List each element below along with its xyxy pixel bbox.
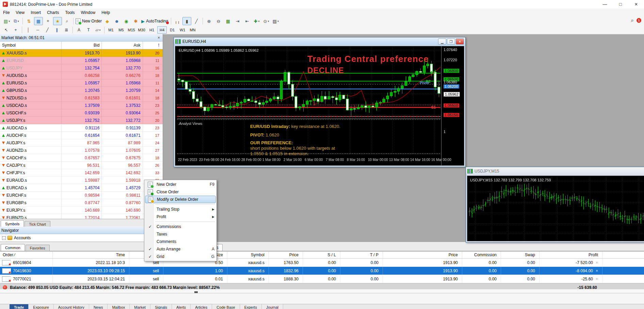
menu-help[interactable]: Help: [98, 9, 113, 16]
tab-favorites[interactable]: Favorites: [26, 245, 50, 251]
crosshair-tool[interactable]: +: [11, 26, 20, 34]
menu-item-commissions[interactable]: ✓Commissions: [144, 223, 216, 230]
column-header-ask[interactable]: Ask: [102, 42, 143, 49]
new-chart-button[interactable]: ▤▾: [2, 17, 11, 25]
market-watch-row[interactable]: USDJPY132.754132.77016: [0, 64, 163, 72]
candlestick-button[interactable]: ▮: [182, 17, 191, 25]
market-watch-toggle[interactable]: ⇅: [25, 17, 33, 25]
order-row[interactable]: 707700212023.03.15 12:04:21sell0.01xauus…: [0, 275, 644, 283]
timeframe-m30[interactable]: M30: [137, 26, 146, 34]
data-window-toggle[interactable]: ▦: [34, 17, 43, 25]
market-watch-row[interactable]: EURGBP.s0.877470.87760: [0, 199, 163, 207]
column-header-symbol[interactable]: Symbol: [0, 42, 62, 49]
market-watch-row[interactable]: XAUUSD.s1913.701913.9020: [0, 49, 163, 57]
market-watch-row[interactable]: EURUSD1.059571.0596811: [0, 57, 163, 64]
label-tool[interactable]: T: [84, 26, 93, 34]
terminal-tab-trade[interactable]: Trade: [10, 304, 29, 309]
chart-area-usdjpy[interactable]: USDJPY,M15 132.783 132.799 132.708 132.7…: [467, 176, 644, 241]
chart-shift-button[interactable]: ⇤: [243, 17, 252, 25]
timeframe-w1[interactable]: W1: [178, 26, 187, 34]
tab-tick-chart[interactable]: Tick Chart: [25, 221, 50, 227]
market-watch-row[interactable]: USDCAD.s1.375091.3753223: [0, 102, 163, 109]
notification-badge[interactable]: 1: [637, 18, 641, 23]
metaeditor-button[interactable]: ◆: [103, 17, 112, 25]
column-header-[interactable]: !: [143, 42, 163, 49]
market-watch-row[interactable]: EURCHF.s0.985940.98611: [0, 192, 163, 199]
orders-column-time[interactable]: Time: [53, 251, 129, 258]
menu-view[interactable]: View: [13, 9, 28, 16]
orders-column-commission[interactable]: Commission: [462, 251, 501, 258]
menu-charts[interactable]: Charts: [44, 9, 62, 16]
tree-expand-icon[interactable]: -: [2, 236, 6, 240]
signals-button[interactable]: ◉: [122, 17, 131, 25]
arrows-tool[interactable]: ▱▾: [94, 26, 102, 34]
close-panel-icon[interactable]: ×: [156, 35, 161, 40]
timeframe-m5[interactable]: M5: [116, 26, 126, 34]
terminal-toggle[interactable]: ★: [53, 17, 62, 25]
orders-column-sl[interactable]: S / L: [303, 251, 340, 258]
vertical-line-tool[interactable]: │: [24, 26, 33, 34]
maximize-window-button[interactable]: □: [613, 0, 628, 9]
timeframe-mn[interactable]: MN: [188, 26, 197, 34]
auto-scroll-button[interactable]: ⇥: [233, 17, 242, 25]
strategy-tester-toggle[interactable]: ⌕: [63, 17, 71, 25]
periods-button[interactable]: ⊙▾: [262, 17, 271, 25]
line-chart-button[interactable]: ╱: [192, 17, 201, 25]
navigator-toggle[interactable]: ⌖: [44, 17, 52, 25]
terminal-tab-code-base[interactable]: Code Base: [212, 304, 240, 309]
orders-column-tp[interactable]: T / P: [340, 251, 383, 258]
options-button[interactable]: ✱: [131, 17, 140, 25]
orders-column-symbol[interactable]: Symbol: [227, 251, 269, 258]
timeframe-m1[interactable]: M1: [106, 26, 116, 34]
timeframe-d1[interactable]: D1: [167, 26, 177, 34]
search-icon[interactable]: ⌕: [631, 17, 634, 23]
terminal-tab-exposure[interactable]: Exposure: [29, 304, 53, 309]
zoom-in-button[interactable]: ⊕: [205, 17, 213, 25]
menu-window[interactable]: Window: [78, 9, 99, 16]
menu-tools[interactable]: Tools: [62, 9, 78, 16]
terminal-tab-market[interactable]: Market: [130, 304, 150, 309]
splitter-handle[interactable]: [194, 291, 198, 293]
market-watch-row[interactable]: GBPUSD.s1.207451.2075914: [0, 87, 163, 94]
chart-restore-button[interactable]: ❐: [447, 38, 455, 45]
profiles-button[interactable]: ⧉▾: [12, 17, 21, 25]
market-watch-row[interactable]: NZDUSD.s0.615830.6160118: [0, 94, 163, 102]
menu-item-auto-arrange[interactable]: ✓Auto ArrangeA: [144, 245, 216, 253]
terminal-tab-articles[interactable]: Articles: [191, 304, 212, 309]
terminal-tab-news[interactable]: News: [89, 304, 108, 309]
market-watch-row[interactable]: EURAUD.s1.598871.5991831: [0, 177, 163, 184]
tab-symbols[interactable]: Symbols: [1, 220, 24, 227]
fibonacci-tool[interactable]: ≣: [62, 26, 71, 34]
zoom-out-button[interactable]: ⊖: [214, 17, 223, 25]
menu-item-close-order[interactable]: Close Order: [144, 188, 216, 196]
menu-item-modify-or-delete-order[interactable]: Modify or Delete Order: [145, 196, 216, 203]
order-row[interactable]: 650198042022.11.18 10:3sell0.50xauusd.s1…: [0, 259, 644, 267]
chart-title-bar[interactable]: USDJPY,M15: [466, 167, 644, 175]
timeframe-h4[interactable]: H4: [157, 26, 167, 34]
autotrading-button[interactable]: ▶AutoTrading: [141, 17, 169, 25]
splitter-line[interactable]: [0, 293, 644, 293]
market-watch-row[interactable]: AUDUSD.s0.662580.6627618: [0, 72, 163, 79]
chart-minimize-button[interactable]: ▁: [438, 38, 446, 45]
orders-column-profit[interactable]: Profit: [540, 251, 602, 258]
timeframe-m15[interactable]: M15: [127, 26, 136, 34]
indicators-button[interactable]: ✚▾: [252, 17, 261, 25]
new-order-button[interactable]: New Order: [75, 17, 102, 25]
market-watch-row[interactable]: AUDCHF.s0.616540.6167117: [0, 132, 163, 139]
cursor-tool[interactable]: ↖: [2, 26, 11, 34]
orders-column-price[interactable]: Price: [269, 251, 303, 258]
close-order-icon[interactable]: ×: [596, 269, 598, 273]
menu-file[interactable]: File: [0, 9, 13, 16]
market-watch-row[interactable]: EURJPY.s140.669140.690: [0, 207, 163, 214]
terminal-tab-account-history[interactable]: Account History: [54, 304, 89, 309]
market-watch-row[interactable]: EURUSD.s1.059571.0596811: [0, 79, 163, 87]
channel-tool[interactable]: ∥: [52, 26, 61, 34]
menu-item-comments[interactable]: Comments: [144, 238, 216, 245]
market-watch-row[interactable]: USDJPY.s132.752132.77220: [0, 117, 163, 124]
market-watch-row[interactable]: CADCHF.s0.676570.6767518: [0, 154, 163, 162]
column-header-bid[interactable]: Bid: [62, 42, 102, 49]
market-watch-row[interactable]: EURCAD.s1.457041.45729: [0, 184, 163, 192]
horizontal-line-tool[interactable]: ─: [33, 26, 42, 34]
menu-item-new-order[interactable]: New OrderF9: [144, 181, 216, 188]
terminal-tab-signals[interactable]: Signals: [150, 304, 172, 309]
